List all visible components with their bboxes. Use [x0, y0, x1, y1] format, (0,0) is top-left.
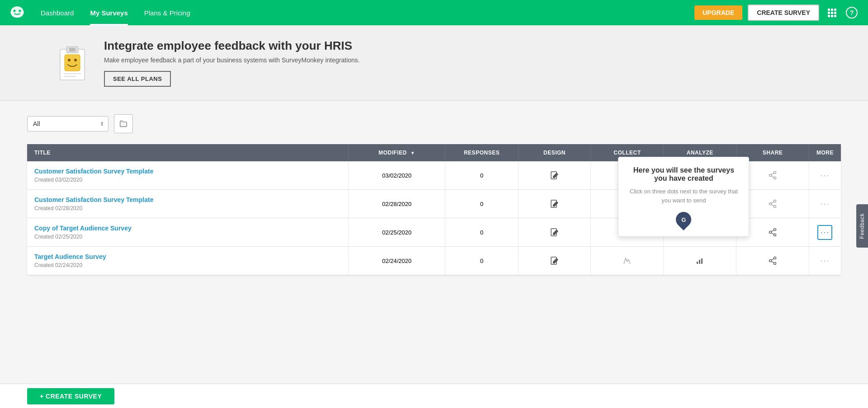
tooltip-heading: Here you will see the surveys you have c…: [627, 166, 740, 183]
svg-line-47: [771, 230, 774, 232]
banner-text: Integrate employee feedback with your HR…: [104, 39, 360, 87]
row3-design-button[interactable]: [548, 226, 561, 239]
svg-rect-6: [828, 12, 830, 14]
feedback-tab-label: Feedback: [859, 213, 865, 239]
upgrade-button[interactable]: UPGRADE: [694, 5, 742, 20]
row4-analyze-button[interactable]: [693, 254, 706, 267]
row4-title-link[interactable]: Target Audience Survey: [34, 253, 341, 260]
feedback-tab[interactable]: Feedback: [856, 204, 868, 248]
svg-point-44: [774, 229, 776, 231]
row3-created: Created 02/25/2020: [34, 234, 82, 240]
banner-illustration: [54, 42, 90, 83]
svg-point-54: [774, 263, 776, 265]
svg-rect-50: [697, 262, 698, 264]
svg-point-2: [19, 10, 21, 12]
row1-title-link[interactable]: Customer Satisfaction Survey Template: [34, 168, 341, 175]
table-body: Customer Satisfaction Survey Template Cr…: [27, 161, 841, 275]
folder-button[interactable]: [114, 114, 133, 133]
row3-title-cell: Copy of Target Audience Survey Created 0…: [27, 218, 349, 247]
row4-design-button[interactable]: [548, 254, 561, 267]
row3-more-button[interactable]: ···: [817, 225, 832, 240]
svg-point-36: [774, 206, 776, 208]
row3-modified: 02/25/2020: [349, 218, 445, 247]
row4-more-cell: ···: [809, 247, 841, 275]
row4-created: Created 02/24/2020: [34, 262, 82, 268]
nav-plans-pricing[interactable]: Plans & Pricing: [136, 0, 198, 25]
row4-share-button[interactable]: [766, 254, 779, 267]
row1-share-button[interactable]: [766, 169, 779, 182]
row3-share-button[interactable]: [766, 226, 779, 239]
tooltip-body: Click on three dots next to the survey t…: [627, 187, 740, 205]
tooltip-marker-icon: G: [673, 209, 694, 230]
col-design: DESIGN: [518, 144, 591, 161]
svg-line-30: [771, 176, 774, 178]
col-more: MORE: [809, 144, 841, 161]
row4-collect-cell: [591, 247, 664, 275]
row2-more-cell: ···: [809, 190, 841, 218]
row4-responses: 0: [445, 247, 518, 275]
svg-point-19: [74, 59, 77, 61]
row2-design-button[interactable]: [548, 197, 561, 210]
svg-point-46: [769, 231, 772, 234]
row4-design-cell: [518, 247, 591, 275]
svg-rect-5: [834, 9, 836, 11]
row1-responses: 0: [445, 161, 518, 190]
filter-select[interactable]: All My Surveys Shared With Me: [27, 116, 108, 131]
row4-collect-button[interactable]: [621, 254, 633, 267]
svg-point-53: [774, 257, 776, 259]
create-survey-bottom-button[interactable]: + CREATE SURVEY: [27, 388, 114, 404]
row2-title-cell: Customer Satisfaction Survey Template Cr…: [27, 190, 349, 218]
svg-rect-4: [831, 9, 833, 11]
svg-point-1: [14, 10, 16, 12]
table-row: Customer Satisfaction Survey Template Cr…: [27, 161, 841, 190]
col-title: TITLE: [27, 144, 349, 161]
row4-share-cell: [736, 247, 809, 275]
row1-more-button[interactable]: ···: [818, 169, 831, 182]
svg-point-45: [774, 234, 776, 236]
row1-design-cell: [518, 161, 591, 190]
row1-title-cell: Customer Satisfaction Survey Template Cr…: [27, 161, 349, 190]
svg-line-39: [771, 204, 774, 206]
navbar-right: UPGRADE CREATE SURVEY ?: [694, 5, 859, 21]
svg-point-27: [774, 177, 776, 179]
svg-rect-17: [65, 55, 80, 71]
row1-design-button[interactable]: [548, 169, 561, 182]
see-all-plans-button[interactable]: SEE ALL PLANS: [104, 71, 171, 87]
row3-responses: 0: [445, 218, 518, 247]
svg-point-55: [769, 260, 772, 262]
svg-point-35: [774, 200, 776, 202]
row2-title-link[interactable]: Customer Satisfaction Survey Template: [34, 196, 341, 203]
logo[interactable]: [9, 5, 25, 21]
svg-rect-11: [834, 15, 836, 17]
svg-line-57: [771, 261, 774, 263]
filter-select-wrapper: All My Surveys Shared With Me: [27, 116, 108, 131]
create-survey-nav-button[interactable]: CREATE SURVEY: [748, 5, 819, 21]
svg-line-29: [771, 173, 774, 175]
row4-analyze-cell: [664, 247, 736, 275]
nav-my-surveys[interactable]: My Surveys: [82, 0, 136, 25]
row4-more-button[interactable]: ···: [818, 254, 831, 267]
row2-share-button[interactable]: [766, 197, 779, 210]
col-responses: RESPONSES: [445, 144, 518, 161]
filter-row: All My Surveys Shared With Me: [27, 114, 841, 133]
row2-more-button[interactable]: ···: [818, 197, 831, 211]
row2-design-cell: [518, 190, 591, 218]
tooltip-box: Here you will see the surveys you have c…: [618, 157, 749, 237]
row3-title-link[interactable]: Copy of Target Audience Survey: [34, 225, 341, 232]
help-icon[interactable]: ?: [844, 5, 859, 20]
nav-dashboard[interactable]: Dashboard: [33, 0, 82, 25]
svg-rect-16: [69, 48, 75, 52]
col-modified[interactable]: MODIFIED ▼: [349, 144, 445, 161]
svg-text:?: ?: [850, 9, 854, 16]
apps-grid-icon[interactable]: [825, 5, 839, 20]
svg-rect-9: [828, 15, 830, 17]
svg-rect-51: [699, 260, 700, 264]
svg-point-18: [68, 59, 71, 61]
row1-more-cell: ···: [809, 161, 841, 190]
row4-title-cell: Target Audience Survey Created 02/24/202…: [27, 247, 349, 275]
banner-heading: Integrate employee feedback with your HR…: [104, 39, 360, 53]
svg-rect-10: [831, 15, 833, 17]
bottom-bar: + CREATE SURVEY: [0, 384, 868, 408]
row2-created: Created 02/28/2020: [34, 205, 82, 211]
sort-arrow-icon: ▼: [410, 150, 415, 155]
